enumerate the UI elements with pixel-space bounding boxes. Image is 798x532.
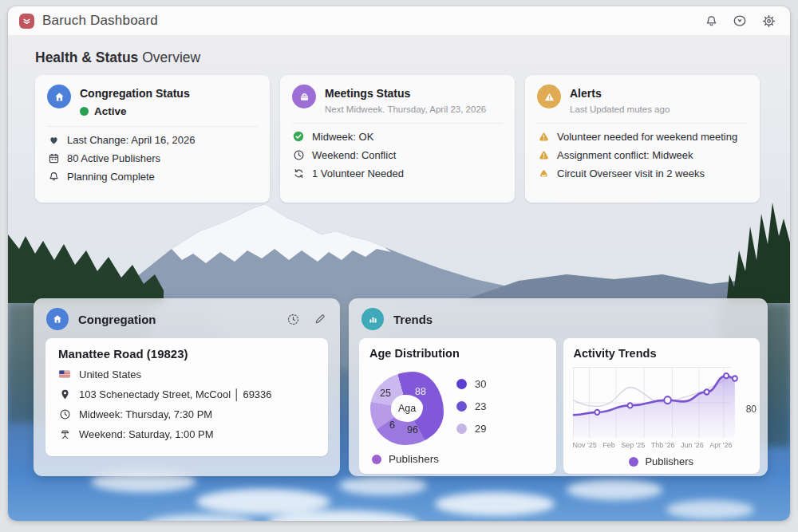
page-title-light: Overview (142, 49, 200, 65)
sync-icon (292, 167, 305, 179)
y-axis-tick: 80 (746, 404, 757, 415)
congregation-name: Manattee Road (19823) (58, 347, 315, 361)
warning-icon (537, 85, 561, 108)
donut-segment-label: 96 (407, 424, 418, 435)
history-icon[interactable] (286, 312, 300, 326)
legend-item: 23 (456, 400, 486, 412)
detail-row: 103 Schenectady Street, McCool │ 69336 (58, 388, 315, 400)
legend-item: 29 (456, 423, 486, 435)
location-pin-icon (58, 388, 71, 400)
home-icon (46, 308, 69, 330)
status-dot (80, 107, 89, 116)
gear-icon[interactable] (758, 10, 779, 31)
card-title: Alerts (570, 85, 670, 100)
age-legend: 30 23 29 (456, 378, 486, 435)
congregation-panel: Congregation Manattee Road (19823) Unite… (34, 298, 340, 476)
clock-icon (292, 148, 305, 161)
bar-chart-icon (361, 308, 384, 330)
status-label: Active (94, 105, 127, 117)
home-icon (47, 85, 71, 108)
detail-row: Weekend: Saturday, 1:00 PM (58, 428, 315, 440)
age-distribution-card: Age Distribution 25 88 6 96 Aga (359, 338, 556, 474)
status-item: Last Change: April 16, 2026 (47, 133, 258, 146)
status-item: Weekend: Conflict (292, 148, 503, 161)
legend-dot (456, 379, 467, 389)
check-circle-icon (292, 130, 305, 143)
publishers-legend: Publishers (372, 453, 439, 465)
page-title-strong: Health & Status (35, 49, 138, 65)
status-item: Planning Complete (47, 170, 258, 183)
meetings-status-card: Meetings Status Next Midweek. Thursday, … (280, 75, 515, 203)
status-item: 80 Active Publishers (47, 152, 258, 164)
x-axis-labels: Nov '25 Feb Sep '25 Thb '26 Jun '26 Apr … (573, 441, 733, 449)
alerts-card: Alerts Last Updated mutes ago Volunteer … (525, 75, 760, 203)
warning-triangle-icon (537, 130, 550, 143)
age-donut-chart: 25 88 6 96 Aga (370, 372, 444, 445)
legend-item: 30 (456, 378, 486, 390)
heart-icon (47, 133, 60, 146)
alert-item: Volunteer needed for weekend meeting (537, 130, 748, 143)
card-title: Meetings Status (325, 85, 486, 100)
card-subtitle: Next Midweek. Thursday, April 23, 2026 (325, 104, 486, 114)
status-cards-row: Congregation Status Active Last Change: … (35, 75, 760, 203)
chart-title: Activity Trends (574, 347, 750, 360)
activity-line-chart (573, 367, 730, 438)
clock-icon (58, 408, 71, 420)
app-title: Baruch Dashboard (42, 13, 158, 29)
bell-icon[interactable] (701, 10, 721, 31)
edit-pencil-icon[interactable] (313, 312, 327, 326)
donut-center: Aga (391, 395, 423, 422)
status-item: 1 Volunteer Needed (292, 167, 503, 179)
meeting-bag-icon (292, 85, 316, 108)
bell-icon (47, 170, 60, 183)
topbar: Baruch Dashboard (8, 6, 790, 35)
us-flag-icon (58, 368, 71, 380)
card-title: Congregation Status (80, 85, 190, 100)
legend-dot (372, 455, 381, 464)
alert-item: Assignment conflict: Midweek (537, 148, 748, 161)
app-logo-icon (19, 14, 34, 29)
panel-title: Congregation (78, 313, 276, 326)
lectern-icon (58, 428, 71, 440)
alert-item: Circuit Overseer visit in 2 weeks (537, 167, 748, 179)
trends-panel: Trends Age Distribution 25 88 6 96 Aga (349, 298, 768, 476)
legend-dot (456, 424, 467, 434)
congregation-details-card: Manattee Road (19823) United States 103 … (45, 338, 328, 456)
status-item: Midweek: OK (292, 130, 503, 143)
detail-row: United States (58, 368, 315, 380)
app-window: Baruch Dashboard (8, 6, 790, 521)
donut-segment-label: 25 (380, 388, 391, 399)
card-subtitle: Last Updated mutes ago (570, 104, 670, 114)
donut-segment-label: 6 (389, 420, 395, 431)
page-title: Health & Status Overview (35, 49, 200, 66)
history-icon[interactable] (729, 10, 750, 31)
publishers-legend: Publishers (563, 455, 760, 467)
panel-title: Trends (393, 313, 755, 326)
visit-blob-icon (537, 167, 550, 179)
main-content: Health & Status Overview Congregation St… (8, 35, 790, 521)
warning-triangle-icon (537, 148, 550, 161)
detail-row: Midweek: Thursday, 7:30 PM (58, 408, 315, 420)
donut-segment-label: 88 (415, 386, 426, 397)
congregation-status-card: Congregation Status Active Last Change: … (35, 75, 270, 203)
chart-title: Age Distribution (369, 347, 546, 360)
activity-trends-card: Activity Trends (563, 338, 760, 474)
calendar-icon (47, 152, 60, 164)
legend-dot (629, 457, 638, 467)
legend-dot (456, 401, 467, 412)
